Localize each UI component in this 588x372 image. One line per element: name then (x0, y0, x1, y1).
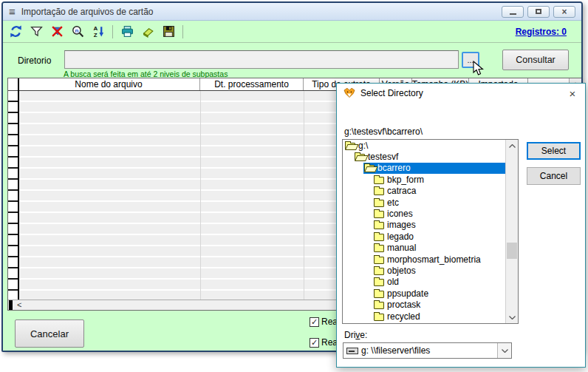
maximize-button[interactable] (527, 6, 550, 18)
check-icon: ✓ (311, 318, 318, 326)
selected-path-label: g:\testesvf\bcarrero\ (344, 126, 423, 137)
column-divider (304, 91, 304, 300)
drive-value: g: \\fileserver\files (361, 345, 430, 356)
scrollbar-thumb[interactable] (507, 243, 517, 259)
directory-input[interactable] (64, 50, 459, 69)
directory-list-item[interactable]: ppsupdate (343, 288, 518, 299)
registros-link[interactable]: Registros: 0 (516, 27, 567, 37)
window-title: Importação de arquivos de cartão (21, 7, 154, 17)
directory-list-item[interactable]: testesvf (343, 151, 518, 162)
directory-list-item[interactable]: proctask (343, 299, 518, 310)
mouse-cursor (473, 61, 485, 77)
chevron-down-icon[interactable] (497, 343, 511, 358)
checkbox-1-label: Rea (321, 317, 338, 327)
title-bar[interactable]: ≡ Importação de arquivos de cartão × (3, 3, 581, 21)
cancelar-button[interactable]: Cancelar (15, 319, 84, 348)
scrollbar-thumb[interactable] (9, 300, 13, 310)
directory-list-item[interactable]: bkp_form (343, 174, 518, 185)
folder-open-icon (345, 143, 355, 150)
folder-closed-icon (374, 234, 384, 241)
drive-label: Drive: (344, 330, 367, 340)
directory-list-item[interactable]: legado (343, 231, 518, 242)
directory-list-item[interactable]: objetos (343, 265, 518, 276)
folder-open-icon (355, 154, 365, 161)
column-divider (18, 78, 19, 300)
scroll-up-icon[interactable] (506, 140, 518, 152)
folder-closed-icon (374, 211, 384, 218)
grid-row-selector-column (8, 91, 18, 300)
window-controls: × (502, 6, 575, 18)
grid-header-nome[interactable]: Nome do arquivo (18, 78, 200, 90)
checkbox-1[interactable]: ✓ (310, 317, 319, 327)
folder-closed-icon (374, 291, 384, 298)
dialog-title-bar[interactable]: Select Directory × (337, 84, 585, 103)
checkbox-row-1: ✓ Rea (310, 317, 338, 327)
foxpro-icon (343, 87, 355, 99)
filter-icon[interactable] (30, 25, 43, 38)
directory-list-item[interactable]: recycled (343, 311, 518, 322)
maximize-icon (536, 9, 541, 14)
directory-list-item[interactable]: old (343, 277, 518, 288)
folder-closed-icon (374, 188, 384, 195)
checkbox-2[interactable]: ✓ (310, 338, 319, 348)
folder-closed-icon (374, 222, 384, 229)
cancel-button[interactable]: Cancel (527, 167, 581, 185)
folder-closed-icon (374, 279, 384, 286)
zoom-icon[interactable]: n (71, 25, 84, 38)
checkbox-row-2: ✓ Rea (310, 337, 338, 348)
list-vertical-scrollbar[interactable] (505, 140, 518, 323)
directory-list-item[interactable]: images (343, 220, 518, 231)
folder-closed-icon (374, 302, 384, 309)
toolbar-separator (182, 25, 183, 38)
svg-text:Z: Z (93, 32, 97, 38)
network-drive-icon (346, 348, 358, 354)
folder-closed-icon (374, 268, 384, 275)
dialog-title: Select Directory (360, 88, 423, 98)
clear-filter-icon[interactable] (50, 25, 64, 38)
folder-closed-icon (374, 245, 384, 252)
drive-select[interactable]: g: \\fileserver\files (343, 342, 512, 359)
toolbar-separator (112, 25, 113, 38)
folder-closed-icon (374, 177, 384, 184)
minimize-button[interactable] (502, 6, 524, 18)
close-button[interactable]: × (553, 6, 575, 18)
save-icon[interactable] (162, 25, 175, 38)
print-icon[interactable] (120, 25, 134, 38)
directory-list-item-selected[interactable]: bcarrero (343, 163, 518, 174)
folder-closed-icon (374, 257, 384, 264)
refresh-icon[interactable] (9, 25, 22, 38)
folder-closed-icon (374, 314, 384, 321)
select-button[interactable]: Select (527, 142, 581, 160)
svg-text:n: n (75, 27, 78, 34)
sort-az-icon[interactable]: AZ (92, 25, 105, 38)
directory-list-item[interactable]: morphosmart_biometria (343, 254, 518, 265)
clear-icon[interactable] (141, 25, 154, 38)
consultar-button[interactable]: Consultar (502, 50, 569, 70)
toolbar: n AZ Registros: 0 (3, 21, 581, 43)
folder-closed-icon (374, 200, 384, 207)
checkbox-2-label: Rea (321, 337, 338, 348)
minimize-icon (510, 13, 516, 15)
directory-list[interactable]: g:\ testesvf bcarrero bkp_form catraca e… (342, 139, 519, 324)
hamburger-menu-icon[interactable]: ≡ (9, 6, 16, 17)
directory-list-item[interactable]: g:\ (343, 140, 518, 151)
dialog-close-icon[interactable]: × (560, 84, 585, 103)
column-divider (200, 91, 201, 300)
close-icon: × (561, 7, 567, 16)
select-directory-dialog: Select Directory × g:\testesvf\bcarrero\… (336, 83, 586, 368)
screen: ≡ Importação de arquivos de cartão × n (0, 0, 588, 372)
directory-list-item[interactable]: catraca (343, 186, 518, 197)
directory-list-item[interactable]: icones (343, 208, 518, 219)
grid-header-rowselector (8, 78, 18, 90)
scroll-down-icon[interactable] (506, 311, 518, 323)
directory-label: Diretorio (18, 55, 51, 66)
check-icon: ✓ (311, 339, 318, 347)
directory-list-item[interactable]: etc (343, 197, 518, 208)
scroll-left-icon[interactable]: < (17, 301, 21, 309)
folder-open-icon (364, 165, 375, 172)
grid-header-dt-processamento[interactable]: Dt. processamento (200, 78, 304, 90)
directory-list-item[interactable]: manual (343, 243, 518, 254)
